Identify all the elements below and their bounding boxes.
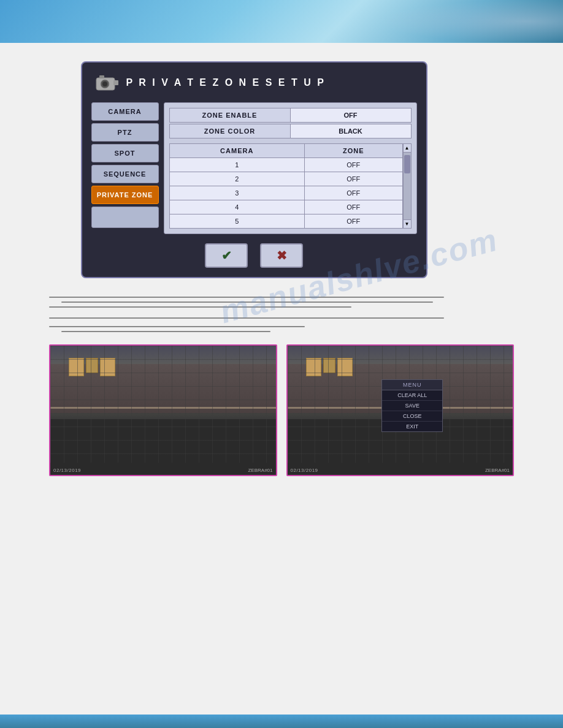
image-channel-right: ZEBRA#01	[485, 468, 510, 473]
table-row[interactable]: 4OFF	[169, 200, 402, 214]
scrollbar-down-button[interactable]: ▼	[404, 219, 411, 228]
table-cell-camera: 1	[169, 158, 304, 172]
text-line-4	[49, 317, 444, 319]
dialog-title-text: P R I V A T E Z O N E S E T U P	[126, 77, 326, 88]
zone-enable-value[interactable]: OFF	[291, 108, 411, 122]
table-row[interactable]: 3OFF	[169, 186, 402, 200]
table-cell-zone: OFF	[304, 158, 402, 172]
setup-dialog: P R I V A T E Z O N E S E T U P CAMERA P…	[81, 61, 427, 278]
table-row[interactable]: 2OFF	[169, 172, 402, 186]
cancel-button[interactable]: ✖	[260, 243, 303, 268]
table-cell-camera: 4	[169, 200, 304, 214]
table-cell-zone: OFF	[304, 172, 402, 186]
nav-menu: CAMERA PTZ SPOT SEQUENCE PRIVATE ZONE	[91, 102, 159, 234]
svg-point-2	[102, 82, 107, 86]
zone-table: CAMERA ZONE 1OFF2OFF3OFF4OFF5OFF	[169, 143, 403, 229]
table-cell-zone: OFF	[304, 214, 402, 229]
table-header-camera: CAMERA	[169, 144, 304, 158]
text-line-6	[61, 331, 270, 332]
table-row[interactable]: 5OFF	[169, 214, 402, 229]
main-content: P R I V A T E Z O N E S E T U P CAMERA P…	[0, 43, 563, 488]
menu-popup-item[interactable]: SAVE	[382, 401, 442, 411]
nav-item-empty	[91, 207, 159, 228]
zone-color-row: ZONE COLOR BLACK	[169, 124, 412, 138]
zone-enable-label: ZONE ENABLE	[170, 108, 291, 122]
table-cell-camera: 2	[169, 172, 304, 186]
zone-settings: ZONE ENABLE OFF ZONE COLOR BLACK	[169, 108, 412, 138]
text-line-3	[49, 306, 351, 308]
scrollbar-thumb[interactable]	[404, 155, 410, 173]
image-timestamp-right: 02/13/2019	[291, 468, 318, 473]
nav-item-ptz[interactable]: PTZ	[91, 123, 159, 142]
table-cell-zone: OFF	[304, 200, 402, 214]
nav-item-sequence[interactable]: SEQUENCE	[91, 165, 159, 183]
header-banner	[0, 0, 563, 43]
zone-table-inner: CAMERA ZONE 1OFF2OFF3OFF4OFF5OFF	[169, 143, 403, 229]
text-line-2	[61, 301, 433, 303]
footer-bar	[0, 715, 563, 728]
grid-overlay-left	[50, 346, 276, 463]
text-line-5	[49, 326, 305, 327]
zone-color-value[interactable]: BLACK	[291, 124, 411, 138]
scrollbar-up-button[interactable]: ▲	[404, 144, 411, 153]
dialog-footer: ✔ ✖	[91, 243, 417, 268]
content-panel: ZONE ENABLE OFF ZONE COLOR BLACK	[164, 102, 417, 234]
table-header-zone: ZONE	[304, 144, 402, 158]
scrollbar-track[interactable]: ▲ ▼	[403, 143, 412, 229]
svg-rect-3	[99, 75, 104, 78]
table-cell-zone: OFF	[304, 186, 402, 200]
text-line-1	[49, 297, 444, 298]
image-channel-left: ZEBRA#01	[248, 468, 272, 473]
table-cell-camera: 5	[169, 214, 304, 229]
menu-popup-item[interactable]: CLEAR ALL	[382, 390, 442, 401]
menu-items-container: CLEAR ALLSAVECLOSEEXIT	[382, 390, 442, 431]
bottom-image-right: MENU CLEAR ALLSAVECLOSEEXIT 02/13/2019 Z…	[286, 344, 515, 476]
menu-popup-item[interactable]: CLOSE	[382, 411, 442, 422]
text-lines	[49, 297, 514, 332]
menu-popup-title: MENU	[382, 380, 442, 390]
nav-item-camera[interactable]: CAMERA	[91, 102, 159, 121]
table-cell-camera: 3	[169, 186, 304, 200]
nav-item-private-zone[interactable]: PRIVATE ZONE	[91, 186, 159, 204]
table-row[interactable]: 1OFF	[169, 158, 402, 172]
zone-color-label: ZONE COLOR	[170, 124, 291, 138]
image-timestamp-left: 02/13/2019	[53, 468, 81, 473]
context-menu-popup: MENU CLEAR ALLSAVECLOSEEXIT	[381, 379, 443, 432]
nav-item-spot[interactable]: SPOT	[91, 144, 159, 162]
menu-popup-item[interactable]: EXIT	[382, 422, 442, 431]
dialog-body: CAMERA PTZ SPOT SEQUENCE PRIVATE ZONE ZO…	[91, 102, 417, 234]
zone-table-container: CAMERA ZONE 1OFF2OFF3OFF4OFF5OFF ▲	[169, 143, 412, 229]
svg-rect-4	[113, 80, 118, 85]
bottom-image-left: 02/13/2019 ZEBRA#01	[49, 344, 277, 476]
camera-icon	[91, 72, 119, 93]
ok-button[interactable]: ✔	[205, 243, 248, 268]
dialog-title-bar: P R I V A T E Z O N E S E T U P	[91, 72, 417, 93]
bottom-images: 02/13/2019 ZEBRA#01 MENU CLEAR ALLSAVECL…	[49, 344, 514, 476]
zone-enable-row: ZONE ENABLE OFF	[169, 108, 412, 123]
